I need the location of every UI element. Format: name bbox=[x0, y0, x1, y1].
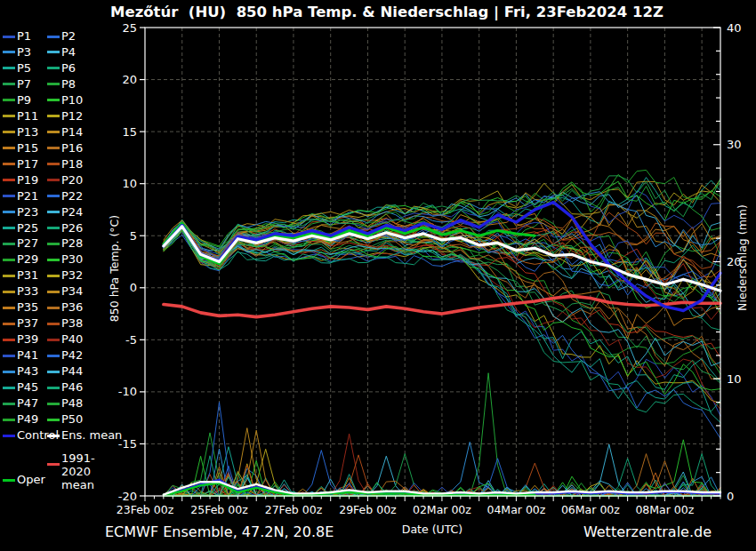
svg-text:5: 5 bbox=[130, 229, 137, 243]
svg-text:04Mar 00z: 04Mar 00z bbox=[487, 503, 545, 516]
svg-text:-15: -15 bbox=[118, 437, 137, 451]
svg-text:23Feb 00z: 23Feb 00z bbox=[117, 503, 174, 516]
svg-text:27Feb 00z: 27Feb 00z bbox=[265, 503, 323, 516]
svg-text:08Mar 00z: 08Mar 00z bbox=[635, 503, 694, 516]
ensemble-meteogram: Mezőtúr (HU) 850 hPa Temp. & Niederschla… bbox=[0, 0, 756, 551]
svg-text:20: 20 bbox=[122, 73, 137, 86]
svg-text:25Feb 00z: 25Feb 00z bbox=[190, 503, 248, 516]
svg-text:10: 10 bbox=[122, 177, 137, 190]
svg-text:0: 0 bbox=[727, 490, 734, 503]
model-info: ECMWF Ensemble, 47.2N, 20.8E bbox=[105, 523, 334, 540]
svg-text:-10: -10 bbox=[118, 385, 137, 398]
svg-text:10: 10 bbox=[727, 372, 742, 386]
svg-text:25: 25 bbox=[122, 21, 137, 35]
svg-text:850 hPa Temp. (°C): 850 hPa Temp. (°C) bbox=[108, 215, 121, 322]
svg-text:Niederschlag (mm): Niederschlag (mm) bbox=[736, 204, 749, 311]
svg-text:0: 0 bbox=[130, 281, 137, 294]
svg-text:06Mar 00z: 06Mar 00z bbox=[561, 503, 620, 516]
svg-text:29Feb 00z: 29Feb 00z bbox=[339, 503, 397, 516]
svg-text:-5: -5 bbox=[125, 333, 137, 347]
brand-label: Wetterzentrale.de bbox=[583, 523, 712, 540]
svg-text:02Mar 00z: 02Mar 00z bbox=[413, 503, 471, 516]
svg-text:40: 40 bbox=[727, 21, 742, 35]
svg-text:15: 15 bbox=[122, 125, 137, 139]
chart-canvas: 2520151050-5-10-15-2040302010023Feb 00z2… bbox=[0, 0, 756, 551]
svg-text:30: 30 bbox=[727, 138, 742, 151]
svg-text:-20: -20 bbox=[118, 490, 137, 503]
x-axis-label: Date (UTC) bbox=[343, 523, 521, 536]
